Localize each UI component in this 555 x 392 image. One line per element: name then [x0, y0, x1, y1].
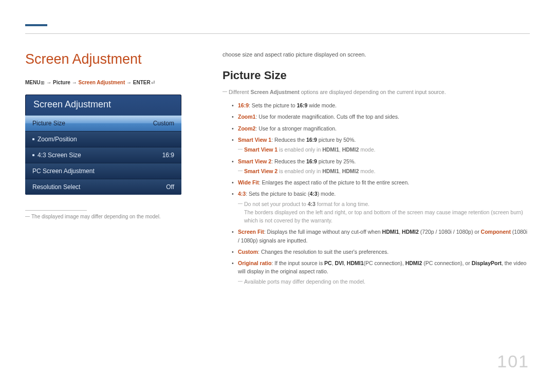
page-number: 101 — [497, 351, 529, 371]
bullet-custom: Custom: Changes the resolution to suit t… — [232, 248, 530, 256]
subnote-sv2: Smart View 2 is enabled only in HDMI1, H… — [238, 167, 530, 175]
bc-arrow-3: → — [126, 80, 132, 85]
mi-value: 16:9 — [162, 152, 174, 159]
bc-menu: MENU — [25, 80, 40, 85]
footnote-rule — [25, 210, 87, 211]
menu-icon: ⊞ — [41, 80, 45, 85]
menu-item-zoom-position[interactable]: Zoom/Position — [25, 131, 181, 147]
osd-menu-panel: Screen Adjustment Picture Size Custom Zo… — [25, 95, 181, 195]
bullet-4-3: 4:3: Sets the picture to basic (4:3) mod… — [232, 190, 530, 225]
mi-label: 4:3 Screen Size — [32, 152, 81, 159]
bc-arrow-2: → — [72, 80, 77, 85]
bullet-screen-fit: Screen Fit: Displays the full image with… — [232, 228, 530, 245]
bullet-smart-view-1: Smart View 1: Reduces the 16:9 picture b… — [232, 136, 530, 154]
subnote-ports: Available ports may differ depending on … — [238, 278, 530, 286]
menu-item-resolution-select[interactable]: Resolution Select Off — [25, 179, 181, 195]
subnote-sv1: Smart View 1 is enabled only in HDMI1, H… — [238, 146, 530, 154]
menu-item-pc-screen-adjustment[interactable]: PC Screen Adjustment — [25, 163, 181, 179]
bc-screen-adjustment: Screen Adjustment — [78, 80, 125, 85]
bullet-smart-view-2: Smart View 2: Reduces the 16:9 picture b… — [232, 157, 530, 175]
bc-enter: ENTER — [133, 80, 151, 85]
bc-picture: Picture — [53, 80, 70, 85]
footnote: The displayed image may differ depending… — [25, 214, 181, 219]
enter-icon: ⏎ — [151, 80, 155, 85]
dot-icon — [32, 154, 34, 156]
subnote-43-b: The borders displayed on the left and ri… — [238, 208, 530, 225]
section-title: Screen Adjustment — [25, 51, 181, 67]
bullet-wide-fit: Wide Fit: Enlarges the aspect ratio of t… — [232, 178, 530, 186]
bc-arrow-1: → — [46, 80, 51, 85]
menu-item-picture-size[interactable]: Picture Size Custom — [25, 115, 181, 131]
page-marker — [25, 24, 47, 26]
mi-label: PC Screen Adjustment — [32, 167, 95, 175]
mi-value: Off — [166, 183, 174, 191]
mi-label: Zoom/Position — [32, 136, 77, 143]
bullet-16-9: 16:9: Sets the picture to 16:9 wide mode… — [232, 101, 530, 109]
mi-label: Picture Size — [32, 120, 65, 127]
mi-value: Custom — [153, 120, 174, 127]
bullet-zoom2: Zoom2: Use for a stronger magnification. — [232, 124, 530, 133]
note-different-options: Different Screen Adjustment options are … — [223, 88, 530, 96]
intro-text: choose size and aspect ratio picture dis… — [223, 51, 530, 58]
top-rule — [25, 33, 530, 34]
breadcrumb: MENU⊞ → Picture → Screen Adjustment → EN… — [25, 80, 181, 85]
mi-label: Resolution Select — [32, 183, 80, 191]
osd-menu-header: Screen Adjustment — [25, 95, 181, 115]
dot-icon — [32, 138, 34, 140]
subnote-43-a: Do not set your product to 4:3 format fo… — [238, 200, 530, 208]
bullet-list: 16:9: Sets the picture to 16:9 wide mode… — [223, 101, 530, 286]
bullet-original-ratio: Original ratio: If the input source is P… — [232, 259, 530, 286]
bullet-zoom1: Zoom1: Use for moderate magnification. C… — [232, 113, 530, 121]
menu-item-4-3-screen-size[interactable]: 4:3 Screen Size 16:9 — [25, 147, 181, 163]
subhead-picture-size: Picture Size — [223, 69, 530, 82]
